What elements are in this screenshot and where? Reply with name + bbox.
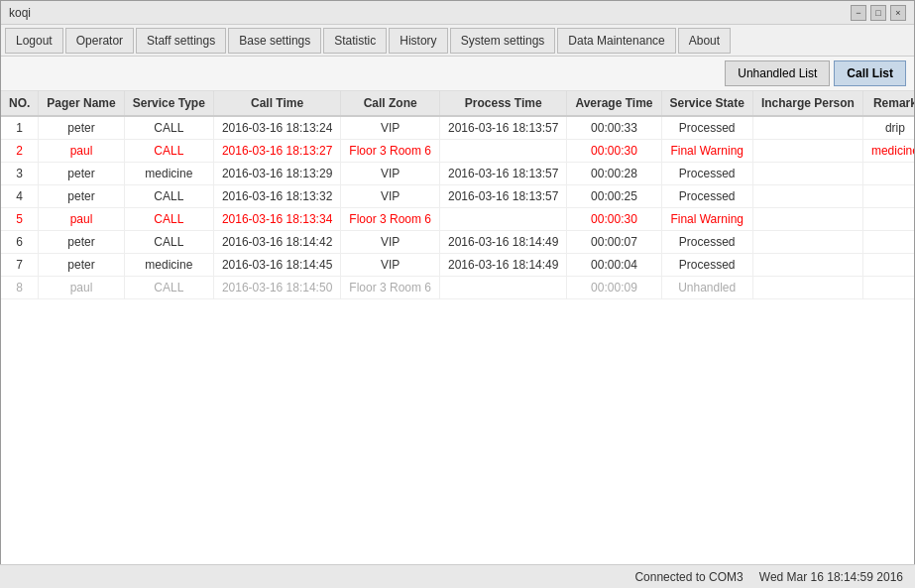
maximize-button[interactable]: □ xyxy=(870,5,886,21)
menu-staff-settings[interactable]: Staff settings xyxy=(136,28,226,54)
table-cell: 2016-03-16 18:14:50 xyxy=(213,277,340,299)
table-cell: Processed xyxy=(661,231,752,254)
table-cell xyxy=(440,277,567,299)
title-bar: koqi − □ × xyxy=(1,1,914,25)
table-cell: 2016-03-16 18:14:42 xyxy=(213,231,340,254)
table-row[interactable]: 5paulCALL2016-03-16 18:13:34Floor 3 Room… xyxy=(1,208,914,231)
col-call-zone: Call Zone xyxy=(341,91,440,116)
table-cell: CALL xyxy=(124,231,213,254)
table-cell: 2016-03-16 18:13:29 xyxy=(213,163,340,185)
col-call-time: Call Time xyxy=(213,91,340,116)
table-cell: medicine xyxy=(124,254,213,277)
table-cell xyxy=(752,185,862,208)
table-cell: 00:00:07 xyxy=(567,231,661,254)
table-cell xyxy=(440,208,567,231)
table-cell xyxy=(752,277,862,299)
table-cell: 00:00:30 xyxy=(567,208,661,231)
table-cell: 00:00:28 xyxy=(567,163,661,185)
table-cell xyxy=(862,163,914,185)
table-cell: VIP xyxy=(341,116,440,140)
call-list-table-container: NO. Pager Name Service Type Call Time Ca… xyxy=(1,91,914,566)
table-cell: 2016-03-16 18:14:49 xyxy=(440,254,567,277)
table-cell: Final Warning xyxy=(661,140,752,163)
table-cell: 2016-03-16 18:14:49 xyxy=(440,231,567,254)
table-cell xyxy=(862,231,914,254)
menu-bar: Logout Operator Staff settings Base sett… xyxy=(1,25,914,57)
call-list-button[interactable]: Call List xyxy=(834,60,906,86)
table-row[interactable]: 8paulCALL2016-03-16 18:14:50Floor 3 Room… xyxy=(1,277,914,299)
close-button[interactable]: × xyxy=(890,5,906,21)
table-cell xyxy=(440,140,567,163)
table-cell xyxy=(862,254,914,277)
table-cell: Floor 3 Room 6 xyxy=(341,277,440,299)
menu-operator[interactable]: Operator xyxy=(65,28,134,54)
table-cell: 2016-03-16 18:13:34 xyxy=(213,208,340,231)
menu-data-maintenance[interactable]: Data Maintenance xyxy=(557,28,675,54)
table-cell: 2016-03-16 18:13:57 xyxy=(440,185,567,208)
table-cell: peter xyxy=(39,254,124,277)
menu-statistic[interactable]: Statistic xyxy=(323,28,387,54)
table-cell: 2016-03-16 18:13:27 xyxy=(213,140,340,163)
table-cell: Processed xyxy=(661,254,752,277)
window-controls: − □ × xyxy=(851,5,906,21)
col-remark: Remark xyxy=(862,91,914,116)
menu-about[interactable]: About xyxy=(678,28,731,54)
col-service-type: Service Type xyxy=(124,91,213,116)
table-cell: peter xyxy=(39,185,124,208)
table-cell: Floor 3 Room 6 xyxy=(341,140,440,163)
table-cell: paul xyxy=(39,277,124,299)
col-service-state: Service State xyxy=(661,91,752,116)
unhandled-list-button[interactable]: Unhandled List xyxy=(725,60,830,86)
table-cell: peter xyxy=(39,116,124,140)
table-cell: VIP xyxy=(341,254,440,277)
table-cell: 00:00:25 xyxy=(567,185,661,208)
table-cell xyxy=(862,277,914,299)
menu-history[interactable]: History xyxy=(389,28,447,54)
table-cell: 2016-03-16 18:14:45 xyxy=(213,254,340,277)
table-cell xyxy=(752,140,862,163)
table-row[interactable]: 2paulCALL2016-03-16 18:13:27Floor 3 Room… xyxy=(1,140,914,163)
table-cell: 2016-03-16 18:13:32 xyxy=(213,185,340,208)
table-cell: CALL xyxy=(124,208,213,231)
table-cell: 2016-03-16 18:13:57 xyxy=(440,116,567,140)
table-cell: peter xyxy=(39,231,124,254)
menu-system-settings[interactable]: System settings xyxy=(450,28,556,54)
call-list-table: NO. Pager Name Service Type Call Time Ca… xyxy=(1,91,914,299)
table-cell: CALL xyxy=(124,140,213,163)
table-cell: CALL xyxy=(124,185,213,208)
table-row[interactable]: 6peterCALL2016-03-16 18:14:42VIP2016-03-… xyxy=(1,231,914,254)
table-header-row: NO. Pager Name Service Type Call Time Ca… xyxy=(1,91,914,116)
col-average-time: Average Time xyxy=(567,91,661,116)
datetime-status: Wed Mar 16 18:14:59 2016 xyxy=(759,570,903,584)
table-cell: 8 xyxy=(1,277,39,299)
table-cell: 2016-03-16 18:13:57 xyxy=(440,163,567,185)
table-cell: 2016-03-16 18:13:24 xyxy=(213,116,340,140)
table-cell: CALL xyxy=(124,116,213,140)
table-cell: 00:00:33 xyxy=(567,116,661,140)
menu-logout[interactable]: Logout xyxy=(5,28,63,54)
table-cell xyxy=(752,254,862,277)
table-cell: 1 xyxy=(1,116,39,140)
table-cell xyxy=(862,185,914,208)
table-cell: 4 xyxy=(1,185,39,208)
table-row[interactable]: 3petermedicine2016-03-16 18:13:29VIP2016… xyxy=(1,163,914,185)
table-cell: 3 xyxy=(1,163,39,185)
table-row[interactable]: 7petermedicine2016-03-16 18:14:45VIP2016… xyxy=(1,254,914,277)
status-bar: Connected to COM3 Wed Mar 16 18:14:59 20… xyxy=(0,564,915,588)
menu-base-settings[interactable]: Base settings xyxy=(228,28,321,54)
table-cell: 00:00:09 xyxy=(567,277,661,299)
table-cell: Processed xyxy=(661,116,752,140)
table-cell: 00:00:30 xyxy=(567,140,661,163)
table-row[interactable]: 1peterCALL2016-03-16 18:13:24VIP2016-03-… xyxy=(1,116,914,140)
minimize-button[interactable]: − xyxy=(851,5,866,21)
table-cell xyxy=(752,163,862,185)
table-cell: paul xyxy=(39,140,124,163)
col-process-time: Process Time xyxy=(440,91,567,116)
toolbar: Unhandled List Call List xyxy=(1,57,914,91)
table-cell: Processed xyxy=(661,185,752,208)
table-cell xyxy=(862,208,914,231)
table-cell: CALL xyxy=(124,277,213,299)
table-cell: medicine xyxy=(862,140,914,163)
table-row[interactable]: 4peterCALL2016-03-16 18:13:32VIP2016-03-… xyxy=(1,185,914,208)
table-cell xyxy=(752,231,862,254)
